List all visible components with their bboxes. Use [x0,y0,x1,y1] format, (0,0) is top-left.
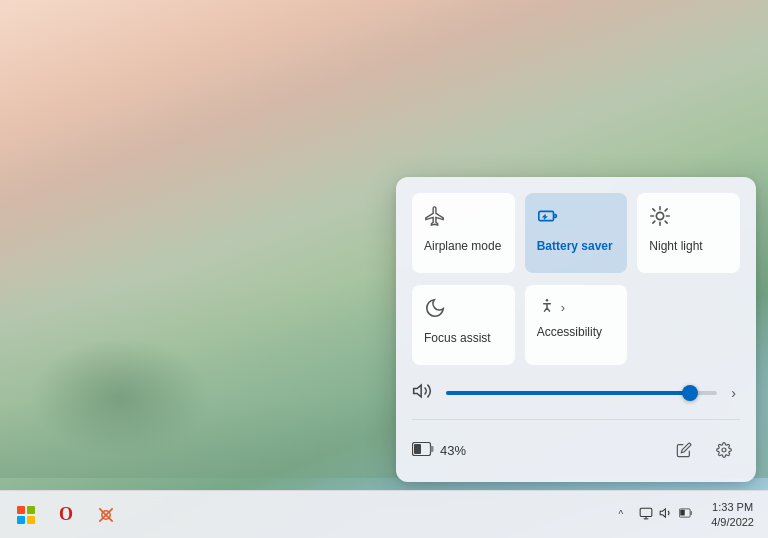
slider-thumb [682,385,698,401]
volume-expand-button[interactable]: › [727,381,740,405]
windows-logo-icon [17,506,35,524]
svg-rect-0 [538,211,553,220]
network-icon [639,506,653,523]
volume-row: › [412,381,740,420]
clock[interactable]: 1:33 PM 4/9/2022 [705,498,760,531]
battery-info: 43% [412,440,466,461]
edit-button[interactable] [668,434,700,466]
svg-point-1 [657,212,664,219]
date-display: 4/9/2022 [711,515,754,529]
time-display: 1:33 PM [712,500,753,514]
svg-marker-22 [660,509,665,517]
tile-airplane-mode[interactable]: Airplane mode [412,193,515,273]
svg-line-9 [666,209,668,211]
start-button[interactable] [8,497,44,533]
slider-track [446,391,717,395]
volume-tray-icon [659,506,673,523]
tiles-row-1: Airplane mode Battery saver [412,193,740,273]
svg-line-5 [666,221,668,223]
tile-battery-saver[interactable]: Battery saver [525,193,628,273]
tray-icons[interactable] [631,502,701,527]
snipping-tool-icon[interactable] [88,497,124,533]
battery-tray-icon [679,506,693,523]
taskbar-left: O [8,497,124,533]
svg-line-8 [653,221,655,223]
svg-line-4 [653,209,655,211]
slider-fill [446,391,690,395]
airplane-icon [424,205,446,231]
settings-button[interactable] [708,434,740,466]
night-light-icon [649,205,671,231]
svg-point-15 [722,448,726,452]
tiles-row-2: Focus assist › Accessibility [412,285,740,365]
tile-night-light-label: Night light [649,239,702,253]
tile-night-light[interactable]: Night light [637,193,740,273]
taskbar-right: ^ [614,498,760,531]
svg-marker-11 [414,385,422,397]
battery-row: 43% [412,434,740,466]
svg-rect-25 [690,511,692,515]
taskbar: O ^ [0,490,768,538]
svg-rect-19 [640,508,652,516]
tile-focus-label: Focus assist [424,331,491,345]
focus-assist-icon [424,297,446,323]
accessibility-icon: › [537,297,565,317]
svg-rect-13 [414,444,421,454]
battery-saver-icon [537,205,559,231]
svg-rect-14 [431,446,434,452]
quick-settings-panel: Airplane mode Battery saver [396,177,756,482]
tile-accessibility[interactable]: › Accessibility [525,285,628,365]
volume-icon [412,381,436,405]
svg-point-10 [545,299,548,302]
battery-actions [668,434,740,466]
tile-accessibility-label: Accessibility [537,325,602,339]
tile-airplane-label: Airplane mode [424,239,501,253]
tile-battery-saver-label: Battery saver [537,239,613,253]
tile-focus-assist[interactable]: Focus assist [412,285,515,365]
show-hidden-icons-button[interactable]: ^ [614,505,627,524]
battery-status-icon [412,440,434,461]
battery-percentage: 43% [440,443,466,458]
volume-slider[interactable] [446,383,717,403]
svg-rect-24 [680,510,684,516]
opera-icon[interactable]: O [48,497,84,533]
